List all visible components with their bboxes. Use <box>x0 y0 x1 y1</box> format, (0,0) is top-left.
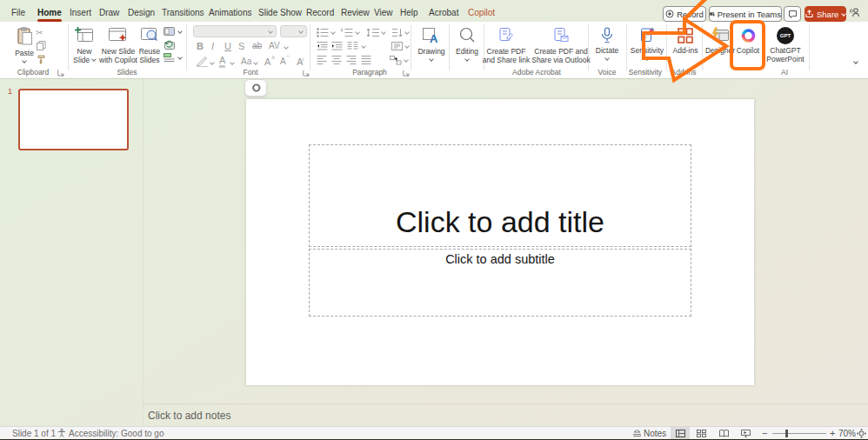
addins-button[interactable]: Add-ins <box>669 27 702 55</box>
editing-button[interactable]: Editing <box>452 27 482 61</box>
zoom-slider-thumb[interactable] <box>785 430 788 437</box>
notes-toggle-button[interactable]: Notes <box>644 429 666 438</box>
tab-insert[interactable]: Insert <box>70 8 91 17</box>
copy-icon[interactable] <box>37 41 46 50</box>
title-placeholder[interactable]: Click to add title <box>309 144 691 247</box>
notes-divider[interactable] <box>144 403 868 404</box>
present-in-teams-button[interactable]: Present in Teams <box>709 6 782 22</box>
tab-view[interactable]: View <box>374 8 393 17</box>
decrease-indent-icon[interactable] <box>317 42 328 50</box>
slideshow-view-icon[interactable] <box>741 430 751 437</box>
sort-text-icon[interactable] <box>391 28 404 37</box>
chatgpt-button[interactable]: GPT ChatGPTPowerPoint <box>764 27 807 63</box>
convert-smartart-icon[interactable] <box>390 56 402 65</box>
paragraph-dialog-launcher[interactable] <box>403 70 410 77</box>
tab-copilot[interactable]: Copilot <box>468 8 495 17</box>
align-right-icon[interactable] <box>346 56 357 64</box>
columns-icon[interactable] <box>347 42 358 50</box>
record-icon <box>665 10 674 18</box>
text-direction-icon[interactable] <box>391 42 403 50</box>
record-button[interactable]: Record <box>663 6 706 22</box>
subtitle-placeholder-text: Click to add subtitle <box>445 250 555 266</box>
copilot-button[interactable]: Copilot <box>736 27 760 55</box>
pdf-outlook-icon <box>552 27 570 44</box>
italic-button[interactable]: I <box>211 41 214 51</box>
dictate-button[interactable]: Dictate <box>592 27 622 60</box>
accessibility-status[interactable]: Accessibility: Good to go <box>69 429 164 438</box>
line-spacing-icon[interactable] <box>367 28 379 37</box>
justify-icon[interactable] <box>361 56 371 64</box>
notes-placeholder[interactable]: Click to add notes <box>148 410 230 422</box>
tab-animations[interactable]: Animations <box>209 8 251 17</box>
tab-review[interactable]: Review <box>341 8 370 17</box>
numbering-icon[interactable] <box>341 28 353 37</box>
zoom-slider-track[interactable] <box>772 433 826 434</box>
clear-formatting-slash: ∕ <box>302 57 304 65</box>
highlight-pen-icon[interactable] <box>197 57 208 67</box>
zoom-level[interactable]: 70% <box>838 429 856 438</box>
clipboard-dialog-launcher[interactable] <box>57 70 64 77</box>
comments-button[interactable] <box>784 6 801 22</box>
dictate-label: Dictate <box>596 46 618 55</box>
floating-copilot-icon <box>250 83 262 93</box>
collapse-ribbon-chevron[interactable] <box>853 59 858 64</box>
status-bar: Slide 1 of 1 Accessibility: Good to go N… <box>0 426 868 439</box>
font-dialog-launcher[interactable] <box>303 70 310 77</box>
tab-draw[interactable]: Draw <box>99 8 119 17</box>
designer-button[interactable]: Designer <box>704 27 737 55</box>
sensitivity-button[interactable]: Sensitivity <box>628 27 666 60</box>
tab-home[interactable]: Home <box>37 8 62 17</box>
reading-view-icon[interactable] <box>719 430 729 437</box>
change-case-button[interactable]: Aa <box>241 57 251 66</box>
floating-copilot-button[interactable] <box>244 79 267 97</box>
font-size-combobox[interactable] <box>280 25 307 37</box>
slide-thumbnail[interactable] <box>18 89 129 150</box>
font-group-label: Font <box>222 68 279 77</box>
slide-sorter-view-icon[interactable] <box>697 430 706 437</box>
fit-to-window-icon[interactable] <box>857 429 866 438</box>
bullets-icon[interactable] <box>317 28 329 37</box>
reset-slide-icon[interactable] <box>164 40 175 50</box>
new-slide-button[interactable]: NewSlide <box>68 27 101 64</box>
char-spacing-button[interactable]: AV <box>269 41 280 50</box>
powerpoint-window: { "menu": { "tabs": ["File","Home","Inse… <box>0 0 868 440</box>
addins-group-label: Add-ins <box>659 68 708 77</box>
font-color-button[interactable]: A <box>219 56 225 68</box>
underline-button[interactable]: U <box>224 41 231 51</box>
tab-help[interactable]: Help <box>400 8 418 17</box>
align-left-icon[interactable] <box>317 56 327 64</box>
drawing-button[interactable]: A Drawing <box>416 27 447 61</box>
slide[interactable]: Click to add title Click to add subtitle <box>246 99 754 385</box>
section-icon[interactable] <box>164 53 175 62</box>
presence-bell-icon[interactable] <box>848 7 861 18</box>
zoom-in-button[interactable]: + <box>830 428 835 438</box>
shrink-font-button[interactable]: A <box>280 57 286 66</box>
new-slide-label2: Slide <box>73 56 90 64</box>
paste-button[interactable]: Paste <box>10 27 38 63</box>
grow-font-button[interactable]: A <box>264 57 270 67</box>
strikethrough-button[interactable]: ab <box>252 41 262 50</box>
zoom-out-button[interactable]: − <box>762 428 767 438</box>
bold-button[interactable]: B <box>197 41 204 51</box>
reuse-slides-button[interactable]: ReuseSlides <box>134 27 165 64</box>
text-shadow-button[interactable]: S <box>238 41 244 51</box>
tab-record[interactable]: Record <box>306 8 334 17</box>
font-name-combobox[interactable] <box>193 25 277 37</box>
tab-transitions[interactable]: Transitions <box>162 8 204 17</box>
tab-acrobat[interactable]: Acrobat <box>429 8 458 17</box>
slide-layout-icon[interactable] <box>164 27 175 36</box>
tab-file[interactable]: File <box>11 8 25 17</box>
tab-design[interactable]: Design <box>128 8 155 17</box>
normal-view-button[interactable] <box>671 427 690 440</box>
align-center-icon[interactable] <box>331 56 342 64</box>
create-pdf-share-link-button[interactable]: Create PDFand Share link <box>484 27 528 64</box>
create-pdf-share-outlook-button[interactable]: Create PDF andShare via Outlook <box>536 27 586 64</box>
new-slide-with-copilot-button[interactable]: New Slidewith Copilot <box>97 27 139 64</box>
subtitle-placeholder[interactable]: Click to add subtitle <box>309 249 691 317</box>
cut-button[interactable]: ✂ <box>36 28 43 37</box>
share-button[interactable]: Share <box>805 6 846 22</box>
format-painter-icon[interactable] <box>37 55 46 64</box>
increase-indent-icon[interactable] <box>331 42 343 50</box>
tab-slideshow[interactable]: Slide Show <box>258 8 302 17</box>
addins-icon <box>677 27 694 44</box>
